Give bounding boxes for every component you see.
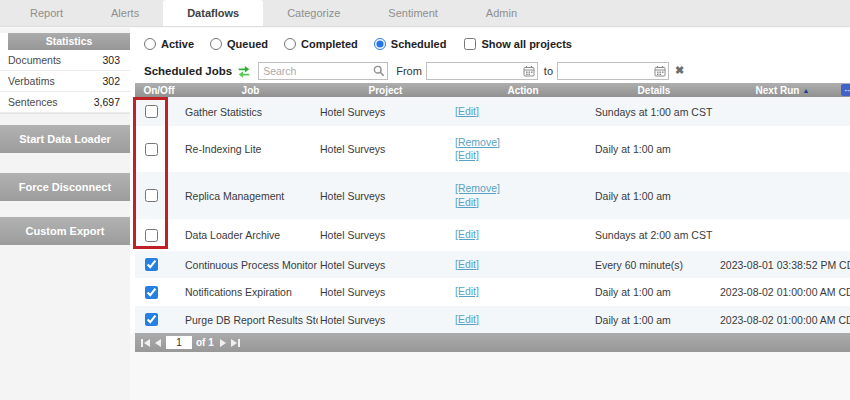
radio-queued-label: Queued — [227, 38, 268, 50]
column-header-details[interactable]: Details — [593, 85, 715, 96]
job-onoff-checkbox[interactable] — [145, 105, 158, 118]
edit-link[interactable]: [Edit] — [455, 258, 593, 271]
job-name: Continuous Process Monitor — [183, 259, 318, 271]
job-project: Hotel Surveys — [318, 259, 453, 271]
column-header-action[interactable]: Action — [453, 85, 593, 96]
scheduled-jobs-title: Scheduled Jobs — [144, 65, 232, 77]
job-project: Hotel Surveys — [318, 143, 453, 155]
next-page-button[interactable] — [220, 339, 226, 347]
show-all-projects-toggle[interactable]: Show all projects — [464, 38, 571, 50]
tab-sentiment[interactable]: Sentiment — [364, 0, 462, 26]
to-label: to — [544, 65, 553, 77]
job-onoff-checkbox[interactable] — [145, 143, 158, 156]
custom-export-button[interactable]: Custom Export — [0, 217, 130, 245]
radio-completed-input[interactable] — [284, 38, 296, 50]
column-header-nextrun[interactable]: Next Run▲ — [715, 85, 850, 96]
tab-dataflows[interactable]: Dataflows — [163, 0, 263, 26]
job-project: Hotel Surveys — [318, 106, 453, 118]
table-row: Re-Indexing Lite Hotel Surveys [Remove][… — [135, 126, 850, 172]
radio-completed-label: Completed — [301, 38, 358, 50]
radio-completed[interactable]: Completed — [284, 38, 358, 50]
edit-link[interactable]: [Edit] — [455, 105, 593, 118]
radio-active-input[interactable] — [144, 38, 156, 50]
edit-link[interactable]: [Edit] — [455, 285, 593, 298]
job-project: Hotel Surveys — [318, 190, 453, 202]
statistics-panel: Statistics Documents 303 Verbatims 302 S… — [0, 33, 130, 114]
last-page-button[interactable] — [231, 339, 241, 347]
job-details: Daily at 1:00 am — [593, 314, 715, 326]
job-name: Notifications Expiration — [183, 286, 318, 298]
radio-active[interactable]: Active — [144, 38, 194, 50]
stat-row-sentences: Sentences 3,697 — [0, 92, 130, 113]
pagination-bar: of 1 — [135, 333, 850, 352]
search-icon[interactable] — [373, 65, 385, 77]
table-row: Notifications Expiration Hotel Surveys [… — [135, 278, 850, 306]
radio-scheduled[interactable]: Scheduled — [374, 38, 447, 50]
edit-link[interactable]: [Edit] — [455, 228, 593, 241]
column-header-job[interactable]: Job — [183, 85, 318, 96]
tab-alerts[interactable]: Alerts — [87, 0, 163, 26]
job-details: Daily at 1:00 am — [593, 190, 715, 202]
edit-link[interactable]: [Edit] — [455, 149, 593, 162]
sort-asc-icon: ▲ — [802, 87, 809, 94]
job-onoff-checkbox[interactable] — [145, 229, 158, 242]
job-name: Gather Statistics — [183, 106, 318, 118]
job-onoff-checkbox[interactable] — [145, 189, 158, 202]
to-date-input[interactable] — [557, 62, 669, 80]
stat-label: Documents — [8, 54, 61, 66]
jobs-table: On/Off Job Project Action Details Next R… — [135, 83, 850, 352]
radio-queued[interactable]: Queued — [210, 38, 268, 50]
top-tab-bar: Report Alerts Dataflows Categorize Senti… — [0, 0, 850, 27]
remove-link[interactable]: [Remove] — [455, 182, 593, 195]
show-all-projects-checkbox[interactable] — [464, 38, 476, 50]
clear-dates-icon[interactable]: ✖ — [675, 64, 684, 77]
stat-value: 303 — [102, 54, 120, 66]
edit-link[interactable]: [Edit] — [455, 196, 593, 209]
to-date-wrap — [557, 62, 669, 80]
job-project: Hotel Surveys — [318, 314, 453, 326]
stat-value: 3,697 — [94, 96, 120, 108]
page-number-input[interactable] — [166, 336, 192, 349]
job-next-run: 2023-08-01 03:38:52 PM CDT — [715, 259, 850, 271]
radio-active-label: Active — [161, 38, 194, 50]
stat-row-verbatims: Verbatims 302 — [0, 71, 130, 92]
table-header-row: On/Off Job Project Action Details Next R… — [135, 83, 850, 97]
remove-link[interactable]: [Remove] — [455, 136, 593, 149]
job-details: Sundays at 2:00 am CST — [593, 229, 715, 241]
start-data-loader-button[interactable]: Start Data Loader — [0, 125, 130, 153]
search-input[interactable] — [258, 62, 388, 80]
column-resize-icon[interactable]: ↔ — [841, 84, 850, 96]
radio-scheduled-label: Scheduled — [391, 38, 447, 50]
tab-categorize[interactable]: Categorize — [263, 0, 364, 26]
calendar-icon[interactable] — [654, 65, 666, 77]
status-filter-row: Active Queued Completed Scheduled Show a… — [130, 31, 850, 57]
job-project: Hotel Surveys — [318, 286, 453, 298]
job-name: Replica Management — [183, 190, 318, 202]
table-row: Data Loader Archive Hotel Surveys [Edit]… — [135, 219, 850, 251]
stat-value: 302 — [102, 75, 120, 87]
job-onoff-checkbox[interactable] — [145, 286, 158, 299]
job-details: Daily at 1:00 am — [593, 143, 715, 155]
from-label: From — [396, 65, 422, 77]
refresh-icon[interactable] — [237, 64, 251, 78]
from-date-wrap — [426, 62, 538, 80]
from-date-input[interactable] — [426, 62, 538, 80]
first-page-button[interactable] — [140, 339, 150, 347]
force-disconnect-button[interactable]: Force Disconnect — [0, 173, 130, 201]
table-row: Gather Statistics Hotel Surveys [Edit] S… — [135, 97, 850, 126]
tab-report[interactable]: Report — [6, 0, 87, 26]
page-count-label: of 1 — [196, 337, 214, 348]
prev-page-button[interactable] — [155, 339, 161, 347]
job-onoff-checkbox[interactable] — [145, 258, 158, 271]
calendar-icon[interactable] — [523, 65, 535, 77]
tab-admin[interactable]: Admin — [462, 0, 541, 26]
edit-link[interactable]: [Edit] — [455, 313, 593, 326]
job-name: Re-Indexing Lite — [183, 143, 318, 155]
radio-scheduled-input[interactable] — [374, 38, 386, 50]
radio-queued-input[interactable] — [210, 38, 222, 50]
job-next-run: 2023-08-02 01:00:00 AM CDT — [715, 286, 850, 298]
column-header-project[interactable]: Project — [318, 85, 453, 96]
job-onoff-checkbox[interactable] — [145, 313, 158, 326]
sidebar: Statistics Documents 303 Verbatims 302 S… — [0, 28, 130, 400]
column-header-onoff[interactable]: On/Off — [135, 85, 183, 96]
